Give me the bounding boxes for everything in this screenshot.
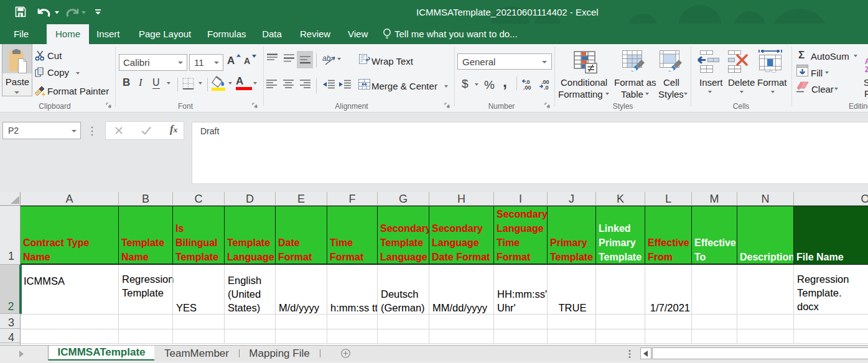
svg-text:.00: .00 [523,85,531,90]
svg-text:.0: .0 [544,85,549,90]
